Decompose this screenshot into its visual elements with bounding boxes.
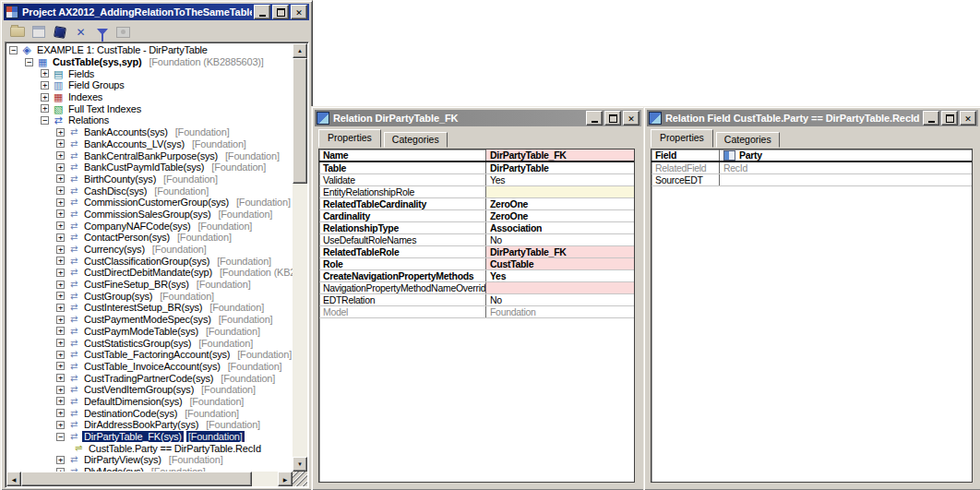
- tree-item-label[interactable]: CustVendItemGroup(sys): [82, 384, 196, 395]
- tree-item[interactable]: +⇄CashDisc(sys)[Foundation]: [7, 185, 293, 197]
- tree-item[interactable]: +⇄CustStatisticsGroup(sys)[Foundation]: [7, 337, 293, 349]
- tree-item[interactable]: +⇄BankAccounts_LV(sys)[Foundation]: [7, 138, 293, 150]
- expand-toggle[interactable]: +: [56, 209, 65, 218]
- tree-item[interactable]: +⇄CommissionCustomerGroup(sys)[Foundatio…: [7, 197, 293, 209]
- tree-item[interactable]: +⇄CustFineSetup_BR(sys)[Foundation]: [7, 279, 293, 291]
- tab-properties[interactable]: Properties: [651, 129, 713, 148]
- vertical-scroll-thumb[interactable]: [293, 58, 307, 184]
- expand-toggle[interactable]: +: [56, 221, 65, 230]
- close-button[interactable]: ✕: [960, 111, 976, 125]
- maximize-button[interactable]: [604, 111, 621, 125]
- horizontal-scrollbar[interactable]: ◀ ▶: [6, 472, 293, 486]
- tree-item-label[interactable]: CustDirectDebitMandate(syp): [82, 267, 214, 278]
- scroll-up-button[interactable]: ▲: [293, 43, 307, 58]
- expand-toggle[interactable]: +: [56, 128, 65, 137]
- tree-item[interactable]: +⇄CustClassificationGroup(sys)[Foundatio…: [7, 255, 293, 267]
- tree-item-label[interactable]: CommissionCustomerGroup(sys): [82, 197, 231, 208]
- tree-item-label[interactable]: Full Text Indexes: [66, 103, 143, 114]
- horizontal-scroll-thumb[interactable]: [21, 472, 252, 486]
- tree-item-label[interactable]: Indexes: [66, 91, 104, 102]
- tree-item-label[interactable]: Fields: [66, 68, 96, 79]
- tab-properties[interactable]: Properties: [318, 129, 381, 148]
- tree-item-label[interactable]: ContactPerson(sys): [82, 232, 172, 243]
- tree-item[interactable]: +⇄BankAccounts(sys)[Foundation]: [7, 126, 293, 138]
- expand-toggle[interactable]: +: [41, 104, 49, 113]
- vertical-scrollbar[interactable]: ▲ ▼: [293, 43, 307, 472]
- tree-item-label[interactable]: CustTable_InvoiceAccount(sys): [82, 361, 222, 372]
- expand-toggle[interactable]: +: [56, 327, 65, 335]
- expand-toggle[interactable]: +: [41, 93, 49, 102]
- tree-item[interactable]: +⇄CommissionSalesGroup(sys)[Foundation]: [7, 209, 293, 221]
- expand-toggle[interactable]: +: [56, 174, 65, 183]
- tree-item[interactable]: +⇄CustTable_FactoringAccount(sys)[Founda…: [7, 349, 293, 361]
- tree-item[interactable]: +⇄CustGroup(sys)[Foundation]: [7, 290, 293, 302]
- tab-categories[interactable]: Categories: [384, 132, 448, 148]
- expand-toggle[interactable]: +: [56, 245, 65, 254]
- property-value[interactable]: Foundation: [486, 306, 634, 317]
- tab-categories[interactable]: Categories: [716, 132, 780, 148]
- expand-toggle[interactable]: +: [56, 269, 65, 277]
- expand-toggle[interactable]: +: [56, 292, 65, 300]
- expand-toggle[interactable]: +: [56, 339, 65, 347]
- property-value[interactable]: Yes: [486, 270, 634, 281]
- tree-item[interactable]: +⇄DirAddressBookParty(sys)[Foundation]: [7, 419, 293, 431]
- tree-item-label[interactable]: CommissionSalesGroup(sys): [82, 209, 212, 220]
- tree-item-label[interactable]: Relations: [66, 114, 111, 125]
- synchronize-button[interactable]: ✕: [71, 23, 90, 41]
- property-value[interactable]: Yes: [486, 174, 634, 185]
- tree-item[interactable]: +⇄DestinationCode(sys)[Foundation]: [7, 407, 293, 419]
- expand-toggle[interactable]: +: [56, 186, 65, 195]
- property-value[interactable]: Party: [720, 149, 972, 161]
- tree-item-label[interactable]: CustTable_FactoringAccount(sys): [82, 349, 232, 360]
- tree-item-label[interactable]: CustPaymentModeSpec(sys): [82, 314, 213, 325]
- expand-toggle[interactable]: +: [56, 351, 65, 359]
- tree-item-label[interactable]: DirAddressBookParty(sys): [82, 419, 200, 430]
- tree-item[interactable]: +⇄BankCentralBankPurpose(sys)[Foundation…: [7, 149, 293, 161]
- resize-grip[interactable]: [293, 472, 307, 486]
- expand-toggle[interactable]: +: [56, 421, 65, 429]
- expand-toggle[interactable]: +: [56, 281, 65, 289]
- expand-toggle[interactable]: −: [25, 58, 33, 66]
- expand-toggle[interactable]: −: [9, 46, 18, 54]
- tree-item[interactable]: +▦Indexes: [7, 91, 293, 103]
- tree-item-label[interactable]: BirthCounty(sys): [82, 173, 158, 185]
- expand-toggle[interactable]: +: [56, 139, 65, 148]
- new-window-button[interactable]: [29, 23, 48, 41]
- tree-item-label[interactable]: EXAMPLE 1: CustTable - DirPartyTable: [35, 44, 209, 55]
- open-project-button[interactable]: [7, 23, 27, 41]
- tree-item-label[interactable]: CustInterestSetup_BR(sys): [82, 302, 204, 313]
- tree-item-label[interactable]: BankCustPaymIdTable(sys): [82, 161, 206, 173]
- image-button[interactable]: [114, 23, 133, 41]
- property-value[interactable]: CustTable: [486, 258, 634, 269]
- compile-button[interactable]: [50, 23, 69, 41]
- tree-item-label[interactable]: DirPartyTable_FK(sys): [82, 431, 184, 442]
- tree-item[interactable]: −◈EXAMPLE 1: CustTable - DirPartyTable: [7, 44, 293, 56]
- expand-toggle[interactable]: +: [56, 409, 65, 417]
- expand-toggle[interactable]: +: [41, 81, 49, 90]
- tree-item[interactable]: +⇄DirPartyView(sys)[Foundation]: [7, 454, 293, 466]
- expand-toggle[interactable]: +: [56, 316, 65, 324]
- minimize-button[interactable]: [586, 111, 603, 125]
- expand-toggle[interactable]: +: [56, 198, 65, 207]
- tree-item[interactable]: +⇄CustDirectDebitMandate(syp)[Foundation…: [7, 267, 293, 279]
- tree-item-label[interactable]: DestinationCode(sys): [82, 408, 179, 419]
- tree-item-label[interactable]: CustFineSetup_BR(sys): [82, 279, 191, 290]
- tree-item-label[interactable]: BankCentralBankPurpose(sys): [82, 150, 220, 161]
- tree-item[interactable]: +▧Full Text Indexes: [7, 102, 293, 114]
- expand-toggle[interactable]: +: [56, 151, 65, 160]
- tree-item-label[interactable]: CustPaymModeTable(sys): [82, 326, 200, 337]
- tree-item-label[interactable]: CompanyNAFCode(sys): [82, 221, 192, 232]
- tree-item-label[interactable]: BankAccounts(sys): [82, 126, 170, 137]
- property-value[interactable]: DirPartyTable_FK: [486, 149, 634, 161]
- expand-toggle[interactable]: +: [56, 456, 65, 464]
- filter-button[interactable]: [92, 23, 112, 41]
- property-value[interactable]: RecId: [720, 162, 972, 173]
- tree-item[interactable]: +⇄CustTradingPartnerCode(sys)[Foundation…: [7, 372, 293, 384]
- tree-item[interactable]: +▥Field Groups: [7, 79, 293, 91]
- expand-toggle[interactable]: +: [56, 257, 65, 265]
- property-value[interactable]: [720, 174, 972, 185]
- tree-item-label[interactable]: DefaultDimension(sys): [82, 396, 184, 407]
- tree-item-label[interactable]: CashDisc(sys): [82, 185, 149, 197]
- tree-item[interactable]: +⇄BirthCounty(sys)[Foundation]: [7, 173, 293, 185]
- tree-item-label[interactable]: DirPartyView(sys): [82, 454, 163, 465]
